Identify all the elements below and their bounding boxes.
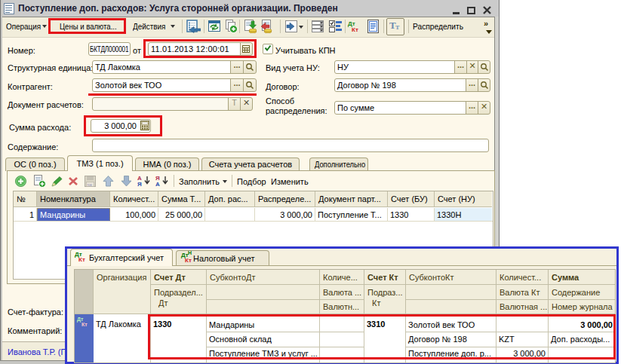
svg-text:ток: ток <box>87 183 92 187</box>
